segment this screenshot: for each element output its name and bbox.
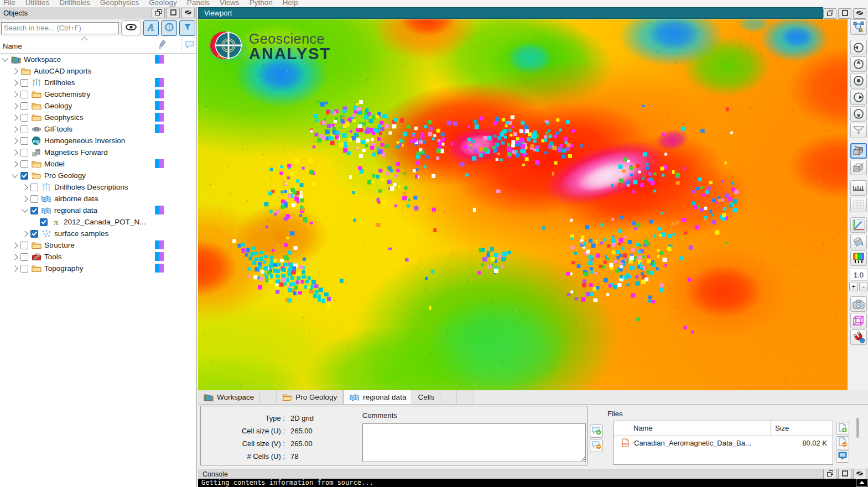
tree-item-giftools[interactable]: GIFtools [0, 123, 196, 135]
tree-item-drillholes[interactable]: Drillholes [0, 77, 196, 88]
expand-chevron-icon[interactable] [12, 265, 18, 271]
visibility-checkbox[interactable] [20, 137, 28, 145]
view-north-button[interactable] [850, 56, 867, 72]
expand-chevron-icon[interactable] [12, 254, 18, 260]
visibility-checkbox[interactable] [30, 230, 38, 238]
tab-regional-data[interactable]: regional data [343, 390, 412, 404]
view-down-button[interactable] [850, 73, 867, 88]
tree-item-structure[interactable]: Structure [0, 239, 196, 251]
viewport-float-button[interactable] [823, 8, 836, 19]
visibility-checkbox[interactable] [30, 195, 38, 203]
tree-item-geochemistry[interactable]: Geochemistry [0, 88, 196, 100]
expand-chevron-icon[interactable] [12, 149, 18, 155]
menu-item-help[interactable]: Help [279, 0, 305, 7]
add-comment-button[interactable] [590, 425, 603, 438]
menu-item-geophysics[interactable]: Geophysics [97, 0, 146, 7]
expand-chevron-icon[interactable] [12, 138, 18, 144]
console-maximize-button[interactable] [838, 469, 851, 479]
menu-item-utilities[interactable]: Utilities [22, 0, 56, 7]
visibility-checkbox[interactable] [40, 218, 48, 226]
tab-pro-geology[interactable]: Pro Geology [277, 390, 343, 404]
tree-item-workspace[interactable]: Workspace [0, 54, 196, 65]
tree-item-geophysics[interactable]: Geophysics [0, 112, 196, 123]
visibility-checkbox[interactable] [20, 102, 28, 110]
expand-chevron-icon[interactable] [12, 114, 18, 121]
plot-axes-button[interactable] [850, 217, 867, 233]
expand-chevron-icon[interactable] [12, 103, 18, 109]
visibility-checkbox[interactable] [30, 184, 38, 191]
visibility-checkbox[interactable] [20, 253, 28, 261]
tab-stub[interactable] [260, 390, 277, 404]
tree-item-topography[interactable]: Topography [0, 263, 196, 274]
magnet-button[interactable] [850, 329, 867, 345]
visibility-checkbox[interactable] [20, 91, 28, 98]
menu-item-panels[interactable]: Panels [184, 0, 216, 7]
tree-item-regional-data[interactable]: regional data [0, 205, 196, 216]
box-lines-button[interactable] [850, 160, 867, 175]
tree-item-2012-canada-pot-n-[interactable]: π2012_Canada_POT_N... [0, 216, 196, 228]
color-swatch[interactable] [155, 90, 164, 98]
filter-button[interactable] [179, 20, 195, 36]
zoom-out-button[interactable]: - [859, 282, 868, 291]
color-swatch[interactable] [155, 159, 164, 168]
menu-item-drillholes[interactable]: Drillholes [56, 0, 97, 7]
tree-item-homogeneous-inversion[interactable]: mgHomogeneous Inversion [0, 135, 196, 146]
comments-textarea[interactable] [362, 423, 586, 462]
expand-chevron-icon[interactable] [22, 231, 28, 237]
view-west-button[interactable] [850, 40, 867, 55]
color-swatch[interactable] [155, 55, 164, 64]
color-swatch[interactable] [155, 124, 164, 133]
tree-item-magnetics-forward[interactable]: Magnetics Forward [0, 146, 196, 158]
grid-faded-button[interactable] [850, 197, 867, 212]
expand-chevron-icon[interactable] [22, 196, 28, 202]
view-east-button[interactable] [850, 90, 867, 105]
visibility-checkbox[interactable] [30, 207, 38, 214]
remove-comment-button[interactable] [590, 439, 603, 452]
tree-item-airborne-data[interactable]: airborne data [0, 193, 196, 205]
tab-stub[interactable] [440, 390, 457, 404]
viewport-maximize-button[interactable] [838, 8, 851, 19]
tree-item-tools[interactable]: Tools [0, 251, 196, 263]
visibility-checkbox[interactable] [20, 125, 28, 133]
open-file-viewer-button[interactable] [836, 451, 849, 463]
expand-chevron-icon[interactable] [12, 68, 18, 74]
zoom-to-selection-button[interactable] [850, 19, 867, 35]
tree-item-geology[interactable]: Geology [0, 100, 196, 112]
search-input[interactable] [1, 22, 119, 34]
maximize-panel-button[interactable] [167, 8, 180, 18]
tree-item-pro-geology[interactable]: Pro Geology [0, 170, 196, 181]
paint-bucket-button[interactable] [850, 234, 867, 249]
details-scroll-handle[interactable] [856, 418, 859, 438]
color-swatch[interactable] [155, 252, 164, 261]
visibility-checkbox[interactable] [20, 79, 28, 87]
console-hide-button[interactable] [853, 469, 866, 479]
viewport-3d-scene[interactable]: Geoscience ANALYST [198, 19, 848, 390]
scroll-up-icon[interactable] [81, 36, 88, 44]
viewport-hide-button[interactable] [853, 8, 866, 19]
colorbar-button[interactable] [850, 250, 867, 266]
expand-chevron-icon[interactable] [12, 171, 18, 177]
slice-box-button[interactable] [850, 143, 867, 159]
wire-box-button[interactable] [850, 313, 867, 328]
console-scroll-top-button[interactable] [856, 479, 867, 486]
perspective-button[interactable] [850, 123, 867, 138]
tree-item-autocad-imports[interactable]: AutoCAD imports [0, 65, 196, 77]
visibility-checkbox[interactable] [20, 149, 28, 156]
tree-item-surface-samples[interactable]: surface samples [0, 228, 196, 239]
scale-value-input[interactable]: 1.0 [850, 269, 867, 281]
color-swatch[interactable] [155, 78, 164, 87]
tab-workspace[interactable]: Workspace [198, 390, 260, 404]
wireframe-sphere-button[interactable] [161, 20, 177, 36]
menu-item-python[interactable]: Python [246, 0, 279, 7]
hide-panel-button[interactable] [181, 8, 195, 18]
menu-item-file[interactable]: File [0, 0, 22, 7]
zoom-in-button[interactable]: + [849, 282, 858, 291]
console-float-button[interactable] [823, 469, 836, 479]
menu-item-geology[interactable]: Geology [145, 0, 183, 7]
tree-item-drillholes-descriptions[interactable]: Drillholes Descriptions [0, 181, 196, 193]
visibility-toggle-button[interactable] [121, 20, 141, 35]
expand-chevron-icon[interactable] [12, 126, 18, 132]
expand-chevron-icon[interactable] [12, 80, 18, 86]
color-swatch[interactable] [155, 101, 164, 110]
label-display-button[interactable]: A [143, 20, 159, 36]
